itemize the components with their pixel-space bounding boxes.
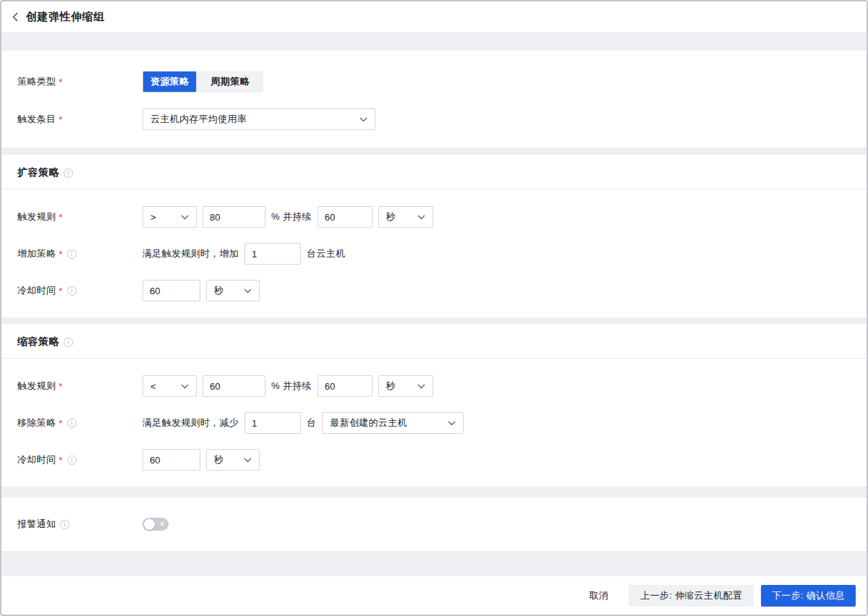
page-header: 创建弹性伸缩组 xyxy=(1,1,867,33)
scale-out-header: 扩容策略 i xyxy=(1,155,867,189)
add-policy-suffix-text: 台云主机 xyxy=(307,247,345,260)
cancel-button[interactable]: 取消 xyxy=(590,585,609,607)
trigger-rule-label: 触发规则 * xyxy=(17,210,142,223)
scale-in-threshold-input[interactable] xyxy=(203,375,265,397)
scale-in-cooldown-row: 冷却时间 * i 秒 xyxy=(1,449,867,471)
cooldown-label: 冷却时间 * i xyxy=(17,284,142,297)
required-mark: * xyxy=(59,381,62,392)
scale-in-operator-select[interactable]: < xyxy=(142,375,197,397)
alarm-notification-toggle[interactable]: × xyxy=(142,518,169,531)
basic-policy-card: 策略类型 * 资源策略 周期策略 触发条目 * 云主机内存平均使用率 xyxy=(1,51,867,147)
cooldown-label: 冷却时间 * i xyxy=(17,453,142,466)
alarm-notification-label: 报警通知 i xyxy=(17,518,142,531)
scale-out-card: 扩容策略 i 触发规则 * > % 并持续 xyxy=(1,155,867,317)
info-icon[interactable]: i xyxy=(67,419,77,428)
scale-in-header: 缩容策略 i xyxy=(1,324,867,359)
scale-in-body: 触发规则 * < % 并持续 秒 xyxy=(1,359,867,487)
scale-in-duration-unit-select[interactable]: 秒 xyxy=(378,375,433,397)
scale-out-cooldown-unit-select[interactable]: 秒 xyxy=(206,280,260,301)
scale-in-duration-input[interactable] xyxy=(318,375,373,397)
info-icon[interactable]: i xyxy=(60,520,69,529)
toggle-knob xyxy=(144,519,155,530)
scale-in-card: 缩容策略 i 触发规则 * < % 并持续 xyxy=(1,324,867,487)
trigger-item-label: 触发条目 * xyxy=(17,113,142,126)
trigger-item-value: 云主机内存平均使用率 xyxy=(150,113,247,126)
trigger-item-select[interactable]: 云主机内存平均使用率 xyxy=(142,108,375,130)
chevron-down-icon xyxy=(359,117,367,122)
trigger-rule-label: 触发规则 * xyxy=(17,380,142,393)
remove-policy-middle-text: 台 xyxy=(307,416,316,429)
chevron-down-icon xyxy=(417,384,425,389)
alarm-notification-card: 报警通知 i × xyxy=(1,497,867,551)
toggle-off-icon: × xyxy=(160,518,164,530)
scale-out-body: 触发规则 * > % 并持续 秒 xyxy=(1,189,867,317)
back-button[interactable] xyxy=(12,12,18,22)
info-icon[interactable]: i xyxy=(67,286,77,296)
trigger-item-row: 触发条目 * 云主机内存平均使用率 xyxy=(1,108,867,130)
chevron-down-icon xyxy=(244,458,252,463)
scale-out-duration-unit-select[interactable]: 秒 xyxy=(378,206,433,228)
footer-bar: 取消 上一步: 伸缩云主机配置 下一步: 确认信息 xyxy=(1,576,867,615)
required-mark: * xyxy=(59,455,62,466)
page-title: 创建弹性伸缩组 xyxy=(26,10,105,24)
info-icon[interactable]: i xyxy=(67,455,77,465)
form-body: 策略类型 * 资源策略 周期策略 触发条目 * 云主机内存平均使用率 xyxy=(1,33,867,576)
remove-policy-label: 移除策略 * i xyxy=(17,416,142,429)
scale-out-title: 扩容策略 xyxy=(17,166,59,179)
scale-out-threshold-input[interactable] xyxy=(203,206,265,228)
tab-resource-policy[interactable]: 资源策略 xyxy=(142,71,197,93)
scale-in-cooldown-unit-select[interactable]: 秒 xyxy=(206,449,260,471)
required-mark: * xyxy=(59,286,62,296)
previous-step-button[interactable]: 上一步: 伸缩云主机配置 xyxy=(629,585,754,607)
required-mark: * xyxy=(59,77,62,87)
remove-policy-prefix-text: 满足触发规则时，减少 xyxy=(142,416,239,429)
remove-count-input[interactable] xyxy=(244,412,301,434)
policy-type-label: 策略类型 * xyxy=(17,75,142,88)
scale-out-cooldown-row: 冷却时间 * i 秒 xyxy=(1,280,867,301)
info-icon[interactable]: i xyxy=(64,338,73,347)
scale-in-title: 缩容策略 xyxy=(17,335,59,348)
required-mark: * xyxy=(59,418,62,429)
add-policy-label: 增加策略 * i xyxy=(17,247,142,260)
scale-out-operator-select[interactable]: > xyxy=(142,206,197,228)
chevron-down-icon xyxy=(181,215,189,220)
percent-duration-text: % 并持续 xyxy=(271,210,312,223)
scale-in-cooldown-input[interactable] xyxy=(142,449,200,471)
scale-out-cooldown-input[interactable] xyxy=(142,280,200,301)
alarm-notification-row: 报警通知 i × xyxy=(1,513,169,535)
add-policy-prefix-text: 满足触发规则时，增加 xyxy=(142,247,239,260)
percent-duration-text: % 并持续 xyxy=(271,380,312,393)
remove-policy-row: 移除策略 * i 满足触发规则时，减少 台 最新创建的云主机 xyxy=(1,412,867,434)
policy-type-tabs: 资源策略 周期策略 xyxy=(142,71,263,93)
create-elastic-scaling-group-page: 创建弹性伸缩组 策略类型 * 资源策略 周期策略 触发条目 * xyxy=(0,0,868,616)
tab-period-policy[interactable]: 周期策略 xyxy=(197,71,263,93)
info-icon[interactable]: i xyxy=(64,168,73,178)
next-step-button[interactable]: 下一步: 确认信息 xyxy=(761,585,856,607)
add-count-input[interactable] xyxy=(244,243,301,265)
info-icon[interactable]: i xyxy=(67,249,77,259)
scale-in-trigger-rule-row: 触发规则 * < % 并持续 秒 xyxy=(1,375,867,397)
chevron-left-icon xyxy=(12,12,18,22)
chevron-down-icon xyxy=(244,288,252,294)
remove-strategy-select[interactable]: 最新创建的云主机 xyxy=(322,412,464,434)
chevron-down-icon xyxy=(181,384,189,389)
add-policy-row: 增加策略 * i 满足触发规则时，增加 台云主机 xyxy=(1,243,867,265)
required-mark: * xyxy=(59,212,62,223)
chevron-down-icon xyxy=(448,421,456,426)
policy-type-row: 策略类型 * 资源策略 周期策略 xyxy=(1,71,867,93)
required-mark: * xyxy=(59,249,62,260)
required-mark: * xyxy=(59,114,62,125)
scale-out-trigger-rule-row: 触发规则 * > % 并持续 秒 xyxy=(1,206,867,228)
chevron-down-icon xyxy=(417,215,425,220)
scale-out-duration-input[interactable] xyxy=(318,206,373,228)
